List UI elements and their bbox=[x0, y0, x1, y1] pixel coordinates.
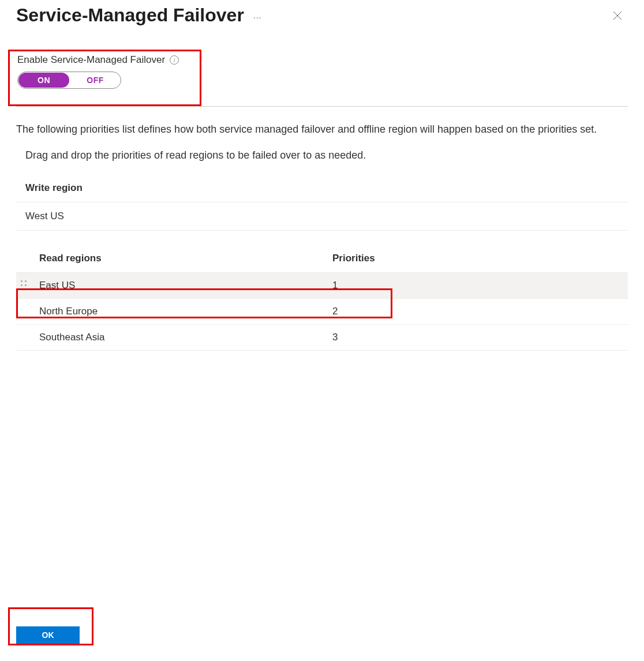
column-header-priority: Priorities bbox=[332, 253, 628, 264]
toggle-on-option[interactable]: ON bbox=[18, 73, 69, 88]
toggle-section: Enable Service-Managed Failover i ON OFF bbox=[16, 52, 628, 93]
ok-button[interactable]: OK bbox=[16, 626, 80, 644]
priority-cell: 2 bbox=[332, 306, 628, 317]
read-regions-table: Read regions Priorities East US1North Eu… bbox=[16, 245, 628, 351]
close-icon bbox=[613, 11, 622, 20]
info-icon[interactable]: i bbox=[170, 55, 179, 65]
table-row[interactable]: East US1 bbox=[16, 273, 628, 299]
region-cell: Southeast Asia bbox=[39, 332, 332, 343]
table-row[interactable]: Southeast Asia3 bbox=[16, 325, 628, 351]
footer: OK bbox=[16, 626, 80, 644]
write-region-heading: Write region bbox=[16, 172, 628, 202]
hint-text: Drag and drop the priorities of read reg… bbox=[16, 149, 628, 162]
table-row[interactable]: North Europe2 bbox=[16, 299, 628, 325]
failover-toggle[interactable]: ON OFF bbox=[17, 72, 121, 89]
close-button[interactable] bbox=[607, 5, 628, 26]
priority-cell: 1 bbox=[332, 280, 628, 291]
write-region-section: Write region West US bbox=[16, 172, 628, 231]
table-header: Read regions Priorities bbox=[16, 245, 628, 273]
priority-cell: 3 bbox=[332, 332, 628, 343]
divider bbox=[16, 106, 628, 107]
toggle-off-option[interactable]: OFF bbox=[70, 72, 121, 88]
region-cell: East US bbox=[39, 280, 332, 291]
description-text: The following priorities list defines ho… bbox=[16, 122, 628, 137]
drag-handle-icon[interactable] bbox=[16, 280, 39, 291]
toggle-label: Enable Service-Managed Failover bbox=[17, 54, 165, 66]
header: Service-Managed Failover ··· bbox=[16, 5, 628, 26]
page-title: Service-Managed Failover bbox=[16, 5, 244, 26]
more-icon[interactable]: ··· bbox=[253, 9, 262, 22]
column-header-region: Read regions bbox=[39, 253, 332, 264]
region-cell: North Europe bbox=[39, 306, 332, 317]
write-region-value: West US bbox=[16, 202, 628, 230]
